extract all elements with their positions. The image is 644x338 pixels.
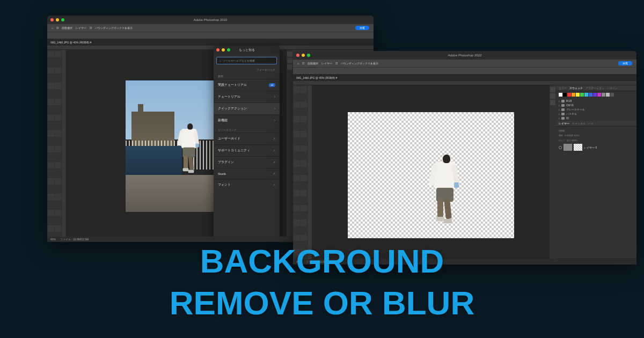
discover-item-whats-new[interactable]: 新機能› bbox=[214, 114, 280, 126]
layers-panel-tabs[interactable]: レイヤー チャンネル パス bbox=[556, 121, 636, 127]
swatch[interactable] bbox=[576, 93, 580, 97]
auto-select-check[interactable]: ☑ bbox=[56, 26, 58, 30]
right-panels[interactable]: カラー スウォッチ グラデーション パターン ›RGB›CMYK›グレースケール… bbox=[556, 85, 636, 264]
frame-tool-icon[interactable] bbox=[55, 83, 61, 89]
wand-tool-icon[interactable] bbox=[55, 67, 61, 74]
eyedropper-tool-icon[interactable] bbox=[48, 99, 54, 105]
doc-tab-row[interactable]: IMG_1460.JPG @ 40% (RGB/8) # bbox=[47, 39, 374, 46]
swatch[interactable] bbox=[559, 93, 562, 97]
collapsed-panels[interactable] bbox=[550, 85, 556, 264]
titlebar[interactable]: Adobe Photoshop 2022 bbox=[293, 51, 636, 60]
tab-channels[interactable]: チャンネル bbox=[572, 122, 586, 125]
mask-thumb[interactable] bbox=[574, 144, 582, 151]
doc-tab-row[interactable]: IMG_1460.JPG @ 40% (RGB/8) # bbox=[293, 74, 636, 81]
share-button[interactable]: 共有 bbox=[618, 61, 632, 65]
layer-name[interactable]: レイヤー 0 bbox=[584, 146, 597, 149]
path-tool-icon[interactable] bbox=[301, 205, 307, 211]
hand-tool-icon[interactable] bbox=[301, 219, 307, 226]
swatch[interactable] bbox=[580, 93, 584, 97]
discover-item-plugins[interactable]: プラグイン bbox=[214, 156, 280, 168]
tab-swatches[interactable]: スウォッチ bbox=[569, 86, 583, 90]
zoom-tool-icon[interactable] bbox=[48, 210, 54, 216]
brush-tool-icon[interactable] bbox=[48, 114, 54, 121]
minimize-icon[interactable] bbox=[56, 18, 59, 21]
panel-icon[interactable] bbox=[287, 58, 292, 63]
discover-item-tutorials[interactable]: チュートリアル› bbox=[214, 91, 280, 102]
dodge-tool-icon[interactable] bbox=[294, 190, 300, 196]
discover-search-input[interactable]: ツールやヘルプなどを検索 bbox=[216, 57, 277, 64]
panel-icon[interactable] bbox=[550, 93, 555, 99]
swatch[interactable] bbox=[602, 93, 605, 97]
discover-panel[interactable]: もっと知る ツールやヘルプなどを検索 フィードバック 参照 実践チュートリアル … bbox=[214, 46, 280, 242]
maximize-icon[interactable] bbox=[227, 48, 230, 52]
eyedropper-tool-icon[interactable] bbox=[294, 131, 300, 137]
discover-item-quick-actions[interactable]: クイックアクション› bbox=[214, 102, 280, 114]
stamp-tool-icon[interactable] bbox=[55, 114, 61, 121]
tab-paths[interactable]: パス bbox=[588, 122, 594, 125]
panel-icon[interactable] bbox=[550, 87, 555, 92]
fg-bg-swatch-icon[interactable] bbox=[48, 225, 54, 232]
tool-palette[interactable] bbox=[47, 50, 62, 242]
swatch-folder[interactable]: ›RGB bbox=[559, 99, 634, 102]
swatch[interactable] bbox=[589, 93, 592, 97]
swatch-folder[interactable]: ›グレースケール bbox=[559, 108, 634, 111]
color-panel-tabs[interactable]: カラー スウォッチ グラデーション パターン bbox=[556, 85, 636, 91]
minimize-icon[interactable] bbox=[302, 54, 305, 57]
text-tool-icon[interactable] bbox=[294, 205, 300, 211]
shape-tool-icon[interactable] bbox=[294, 219, 300, 226]
swatch[interactable] bbox=[584, 93, 588, 97]
bbox-check[interactable]: ☑ bbox=[335, 62, 338, 65]
swatch-grid[interactable] bbox=[556, 91, 636, 98]
heal-tool-icon[interactable] bbox=[301, 131, 307, 137]
discover-item-support[interactable]: サポートコミュニティ bbox=[214, 144, 280, 156]
visibility-icon[interactable] bbox=[559, 146, 562, 149]
maximize-icon[interactable] bbox=[61, 18, 64, 21]
layer-dropdown[interactable]: レイヤー bbox=[321, 62, 332, 65]
canvas[interactable] bbox=[312, 85, 550, 264]
text-tool-icon[interactable] bbox=[48, 178, 54, 185]
eraser-tool-icon[interactable] bbox=[301, 160, 307, 167]
move-tool-icon[interactable] bbox=[294, 86, 300, 93]
heal-tool-icon[interactable] bbox=[55, 99, 61, 105]
marquee-tool-icon[interactable] bbox=[55, 51, 61, 57]
tab-layers[interactable]: レイヤー bbox=[559, 122, 569, 125]
home-icon[interactable]: ⌂ bbox=[52, 26, 53, 30]
path-tool-icon[interactable] bbox=[55, 178, 61, 185]
discover-item-user-guide[interactable]: ユーザーガイド bbox=[214, 133, 280, 144]
swatch-folder[interactable]: ›パステル bbox=[559, 112, 634, 115]
tab-patterns[interactable]: パターン bbox=[607, 86, 618, 90]
pen-tool-icon[interactable] bbox=[301, 190, 307, 196]
maximize-icon[interactable] bbox=[307, 54, 310, 57]
swatch[interactable] bbox=[597, 93, 601, 97]
doc-tab[interactable]: IMG_1460.JPG @ 40% (RGB/8) # bbox=[50, 41, 91, 44]
history-brush-icon[interactable] bbox=[48, 130, 54, 137]
options-bar[interactable] bbox=[47, 32, 374, 39]
titlebar[interactable]: Adobe Photoshop 2022 bbox=[47, 16, 374, 24]
swatch[interactable] bbox=[563, 93, 567, 97]
swatch[interactable] bbox=[606, 93, 610, 97]
stamp-tool-icon[interactable] bbox=[301, 145, 307, 152]
lasso-tool-icon[interactable] bbox=[48, 67, 54, 74]
swatch[interactable] bbox=[593, 93, 597, 97]
discover-item-stock[interactable]: Stock bbox=[214, 168, 280, 179]
move-tool-icon[interactable] bbox=[48, 51, 54, 57]
panel-icon[interactable] bbox=[287, 64, 292, 70]
discover-item-fonts[interactable]: フォント bbox=[214, 179, 280, 190]
eraser-tool-icon[interactable] bbox=[55, 130, 61, 137]
dodge-tool-icon[interactable] bbox=[48, 162, 54, 168]
lasso-tool-icon[interactable] bbox=[294, 101, 300, 108]
layer-row[interactable]: レイヤー 0 bbox=[559, 143, 634, 152]
zoom-tool-icon[interactable] bbox=[294, 234, 300, 241]
blur-tool-icon[interactable] bbox=[301, 175, 307, 181]
home-icon[interactable]: ⌂ bbox=[297, 62, 299, 65]
minimize-icon[interactable] bbox=[222, 48, 225, 52]
layers-panel[interactable]: Q種類 通常 不透明度:100% ロック 塗り:100% レイヤー 0 bbox=[556, 127, 636, 259]
app-menubar[interactable]: ⌂ ☑ 自動選択 レイヤー ☑ バウンディングボックスを表示 共有 bbox=[293, 60, 636, 67]
swatch[interactable] bbox=[572, 93, 575, 97]
close-icon[interactable] bbox=[50, 18, 54, 21]
tab-color[interactable]: カラー bbox=[559, 86, 567, 90]
traffic-lights[interactable] bbox=[296, 54, 310, 57]
options-bar[interactable] bbox=[293, 67, 636, 74]
panel-icon[interactable] bbox=[550, 100, 555, 105]
auto-select-check[interactable]: ☑ bbox=[302, 62, 304, 65]
